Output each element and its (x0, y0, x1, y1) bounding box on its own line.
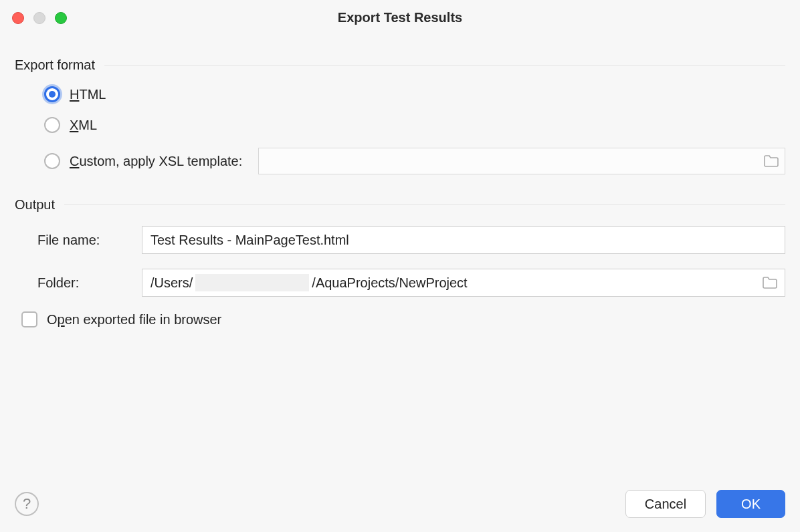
folder-row: Folder: /Users/ /AquaProjects/NewProject (37, 269, 785, 297)
radio-label-custom: Custom, apply XSL template: (70, 154, 242, 169)
file-name-input-wrap (142, 226, 785, 254)
help-button[interactable]: ? (15, 492, 39, 516)
radio-label-xml: XML (70, 118, 97, 133)
section-title-export-format: Export format (15, 57, 95, 73)
file-name-label: File name: (37, 233, 142, 248)
folder-path-redacted (195, 274, 309, 291)
window-title: Export Test Results (338, 10, 462, 25)
radio-html[interactable] (44, 86, 60, 102)
folder-path-suffix: /AquaProjects/NewProject (312, 275, 467, 291)
radio-label-html: HTML (70, 87, 106, 102)
cancel-button[interactable]: Cancel (625, 490, 706, 518)
xsl-template-input[interactable] (266, 148, 759, 174)
radio-row-html[interactable]: HTML (44, 86, 785, 102)
radio-row-xml[interactable]: XML (44, 117, 785, 133)
folder-path-prefix: /Users/ (151, 275, 193, 291)
browse-folder-icon[interactable] (762, 276, 778, 289)
titlebar: Export Test Results (0, 0, 800, 35)
folder-label: Folder: (37, 275, 142, 291)
window-controls (12, 12, 67, 24)
open-in-browser-checkbox[interactable] (21, 311, 37, 327)
close-window-button[interactable] (12, 12, 24, 24)
folder-input-wrap[interactable]: /Users/ /AquaProjects/NewProject (142, 269, 785, 297)
divider (64, 205, 785, 205)
help-icon: ? (23, 495, 31, 513)
divider (104, 65, 785, 65)
folder-value[interactable]: /Users/ /AquaProjects/NewProject (151, 269, 758, 296)
radio-xml[interactable] (44, 117, 60, 133)
minimize-window-button[interactable] (33, 12, 45, 24)
section-header-output: Output (15, 197, 785, 213)
radio-row-custom[interactable]: Custom, apply XSL template: (44, 148, 785, 174)
section-header-export-format: Export format (15, 57, 785, 73)
open-in-browser-row[interactable]: Open exported file in browser (21, 311, 785, 327)
ok-button[interactable]: OK (716, 490, 785, 518)
file-name-row: File name: (37, 226, 785, 254)
dialog-footer: ? Cancel OK (0, 476, 800, 532)
browse-xsl-icon[interactable] (763, 154, 779, 168)
file-name-input[interactable] (151, 227, 778, 253)
open-in-browser-label: Open exported file in browser (47, 312, 221, 327)
xsl-template-field-wrap (258, 148, 785, 174)
radio-custom[interactable] (44, 153, 60, 169)
section-title-output: Output (15, 197, 55, 213)
zoom-window-button[interactable] (55, 12, 67, 24)
